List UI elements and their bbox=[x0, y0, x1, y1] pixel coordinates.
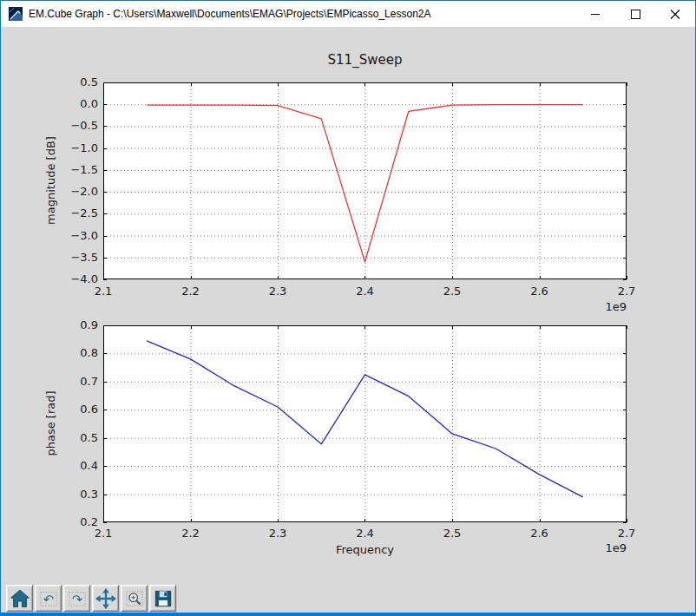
x-tick-label: 2.7 bbox=[607, 285, 646, 298]
axes-1 bbox=[103, 325, 627, 523]
magnitude-axis-label: magnitude [dB] bbox=[44, 94, 58, 267]
svg-text:↷: ↷ bbox=[71, 591, 82, 606]
toolbar-button-pan[interactable] bbox=[92, 585, 119, 612]
y-tick-label: 0.9 bbox=[60, 318, 98, 332]
x-offset-label-bottom: 1e9 bbox=[575, 541, 627, 554]
y-tick-label: 0.5 bbox=[60, 75, 98, 89]
y-tick-label: −3.5 bbox=[60, 251, 98, 265]
frequency-axis-label: Frequency bbox=[103, 543, 627, 556]
y-tick-label: 0.7 bbox=[60, 375, 98, 389]
titlebar: EM.Cube Graph - C:\Users\Maxwell\Documen… bbox=[1, 1, 695, 27]
x-tick-label: 2.6 bbox=[521, 285, 559, 298]
forward-icon: ↷ bbox=[66, 587, 89, 610]
y-tick-label: −0.5 bbox=[60, 119, 98, 133]
back-icon: ↶ bbox=[37, 587, 60, 610]
pan-icon bbox=[95, 587, 117, 610]
app-window: EM.Cube Graph - C:\Users\Maxwell\Documen… bbox=[0, 0, 696, 616]
y-tick-label: 0.6 bbox=[60, 403, 98, 416]
window-title: EM.Cube Graph - C:\Users\Maxwell\Documen… bbox=[29, 8, 575, 20]
axes-0 bbox=[103, 82, 627, 280]
x-tick-label: 2.5 bbox=[433, 527, 471, 541]
toolbar-button-home[interactable] bbox=[6, 585, 33, 612]
zoom-icon bbox=[123, 587, 146, 610]
y-tick-label: −1.0 bbox=[60, 141, 98, 155]
y-tick-label: −1.5 bbox=[60, 163, 98, 177]
x-tick-label: 2.4 bbox=[346, 527, 384, 541]
toolbar-button-save[interactable] bbox=[149, 585, 176, 612]
y-tick-label: −3.0 bbox=[60, 229, 98, 243]
close-button[interactable] bbox=[655, 1, 695, 27]
svg-text:↶: ↶ bbox=[43, 591, 53, 606]
window-controls bbox=[575, 1, 695, 27]
y-tick-label: −2.5 bbox=[60, 206, 98, 220]
save-icon bbox=[152, 587, 174, 610]
toolbar-button-forward[interactable]: ↷ bbox=[63, 585, 90, 612]
x-offset-label-top: 1e9 bbox=[575, 300, 627, 313]
toolbar-button-back[interactable]: ↶ bbox=[35, 585, 62, 612]
toolbar-button-zoom[interactable] bbox=[121, 585, 148, 612]
x-tick-label: 2.6 bbox=[521, 527, 559, 541]
y-tick-label: 0.5 bbox=[60, 431, 98, 445]
x-tick-label: 2.4 bbox=[346, 285, 384, 298]
y-tick-label: −4.0 bbox=[60, 272, 98, 286]
x-tick-label: 2.2 bbox=[172, 285, 210, 298]
figure-area: S11_Sweep magnitude [dB] phase [rad] Fre… bbox=[1, 27, 695, 574]
x-tick-label: 2.1 bbox=[84, 285, 122, 298]
x-tick-label: 2.3 bbox=[259, 527, 297, 541]
phase-axis-label: phase [rad] bbox=[44, 337, 58, 510]
y-tick-label: 0.4 bbox=[60, 459, 98, 473]
chart-title: S11_Sweep bbox=[103, 52, 627, 68]
maximize-button[interactable] bbox=[615, 1, 655, 27]
x-tick-label: 2.2 bbox=[172, 527, 210, 541]
toolbar: ↶↷ bbox=[1, 574, 695, 613]
app-icon bbox=[9, 7, 23, 21]
x-tick-label: 2.3 bbox=[259, 285, 297, 298]
y-tick-label: 0.3 bbox=[60, 488, 98, 501]
minimize-button[interactable] bbox=[575, 1, 615, 27]
x-tick-label: 2.7 bbox=[607, 527, 646, 541]
y-tick-label: 0.2 bbox=[60, 515, 98, 529]
x-tick-label: 2.5 bbox=[433, 285, 471, 298]
y-tick-label: 0.0 bbox=[60, 97, 98, 111]
home-icon bbox=[9, 587, 31, 610]
y-tick-label: 0.8 bbox=[60, 346, 98, 360]
y-tick-label: −2.0 bbox=[60, 185, 98, 199]
